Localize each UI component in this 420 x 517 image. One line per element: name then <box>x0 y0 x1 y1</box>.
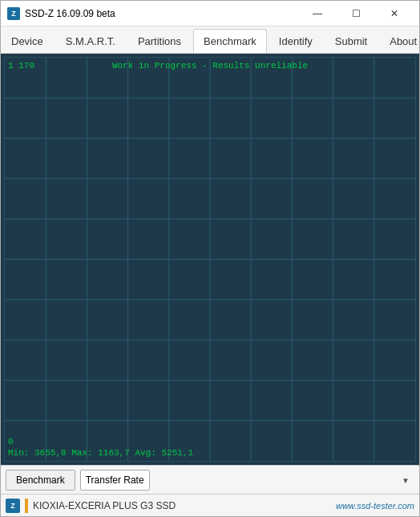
title-bar: Z SSD-Z 16.09.09 beta — ☐ ✕ <box>1 1 419 26</box>
tab-smart[interactable]: S.M.A.R.T. <box>55 29 126 53</box>
transfer-rate-dropdown[interactable]: Transfer Rate Access Time IOPS <box>80 470 150 491</box>
tab-partitions[interactable]: Partitions <box>127 29 192 53</box>
minimize-button[interactable]: — <box>299 1 336 26</box>
status-app-icon: Z <box>6 499 20 513</box>
bottom-controls: Benchmark Transfer Rate Access Time IOPS… <box>1 465 419 494</box>
status-bar: Z KIOXIA-EXCERIA PLUS G3 SSD www.ssd-tes… <box>1 494 419 516</box>
tab-benchmark[interactable]: Benchmark <box>193 29 267 53</box>
window-title: SSD-Z 16.09.09 beta <box>25 8 299 19</box>
chart-grid-svg <box>5 58 415 461</box>
dropdown-wrapper: Transfer Rate Access Time IOPS ▼ <box>80 470 414 491</box>
menu-bar: Device S.M.A.R.T. Partitions Benchmark I… <box>1 26 419 54</box>
website-label: www.ssd-tester.com <box>336 501 414 511</box>
maximize-button[interactable]: ☐ <box>337 1 374 26</box>
dropdown-arrow-icon: ▼ <box>402 475 410 484</box>
main-window: Z SSD-Z 16.09.09 beta — ☐ ✕ Device S.M.A… <box>0 0 420 517</box>
app-icon: Z <box>7 7 20 20</box>
chart-y-bottom-label: 0 <box>8 437 14 446</box>
close-button[interactable]: ✕ <box>376 1 413 26</box>
window-controls: — ☐ ✕ <box>299 1 413 26</box>
chart-title: Work in Progress - Results Unreliable <box>5 61 415 71</box>
chart-canvas: 1 170 Work in Progress - Results Unrelia… <box>5 58 415 461</box>
tab-identify[interactable]: Identify <box>269 29 323 53</box>
chart-area: 1 170 Work in Progress - Results Unrelia… <box>4 57 416 462</box>
main-content: 1 170 Work in Progress - Results Unrelia… <box>1 54 419 465</box>
drive-indicator <box>25 499 28 513</box>
benchmark-button[interactable]: Benchmark <box>6 470 75 491</box>
tab-device[interactable]: Device <box>1 29 54 53</box>
chart-stats: Min: 3655,8 Max: 1163,7 Avg: 5251,1 <box>8 448 193 458</box>
drive-name: KIOXIA-EXCERIA PLUS G3 SSD <box>33 500 331 511</box>
tab-submit[interactable]: Submit <box>325 29 378 53</box>
tab-about[interactable]: About <box>379 29 420 53</box>
